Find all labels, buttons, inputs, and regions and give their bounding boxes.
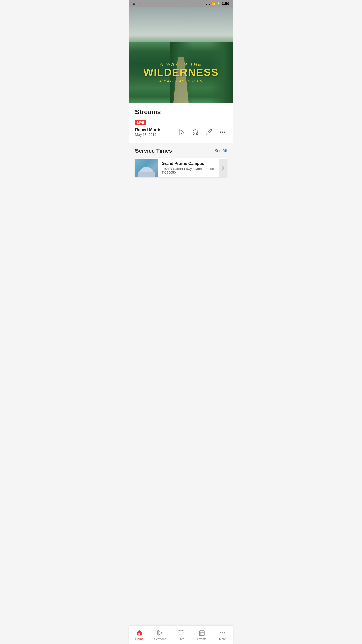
hero-main-title: WILDERNESS (143, 67, 219, 78)
live-badge: LIVE (135, 120, 146, 125)
hero-sky (129, 7, 233, 42)
sim-icon: ▦ (133, 2, 135, 5)
headphones-button[interactable] (191, 128, 200, 137)
streams-card: Streams LIVE Robert Morris May 18, 2019 (129, 103, 233, 143)
hero-banner[interactable]: A Way in the WILDERNESS a Gateway Series (129, 7, 233, 103)
service-times-header: Service Times See All (135, 148, 227, 154)
service-times-section: Service Times See All Grand Prairie Camp… (129, 143, 233, 181)
campus-info: Grand Prairie Campus 2404 N Carrier Pkwy… (158, 158, 219, 177)
lte-label: LTE (206, 2, 210, 5)
svg-marker-0 (180, 130, 184, 135)
hero-series-label: a Gateway Series (143, 79, 219, 83)
campus-address: 2404 N Carrier Pkwy | Grand Prairie, TX … (162, 167, 215, 174)
play-button[interactable] (177, 128, 186, 137)
campus-image (135, 159, 158, 177)
campus-arrow (219, 159, 227, 177)
campus-building-decoration (138, 172, 155, 177)
campus-card[interactable]: Grand Prairie Campus 2404 N Carrier Pkwy… (135, 158, 227, 177)
signal-icon: 📶 (212, 2, 215, 5)
campus-name: Grand Prairie Campus (162, 161, 215, 166)
status-bar: ▦ 🤖 LTE 📶 🔋 3:50 (129, 0, 233, 7)
notes-button[interactable] (204, 128, 213, 137)
stream-actions (177, 128, 227, 137)
notes-icon (206, 129, 212, 135)
see-all-button[interactable]: See All (214, 149, 227, 153)
more-options-icon (219, 129, 226, 135)
service-times-title: Service Times (135, 148, 172, 154)
status-bar-left: ▦ 🤖 (133, 2, 141, 5)
android-icon: 🤖 (138, 2, 141, 5)
stream-date: May 18, 2019 (135, 133, 177, 137)
hero-jungle: A Way in the WILDERNESS a Gateway Series (129, 42, 233, 103)
chevron-right-icon (222, 165, 225, 170)
svg-point-2 (222, 132, 223, 132)
battery-icon: 🔋 (217, 2, 220, 5)
play-icon (178, 129, 185, 135)
hero-title-container: A Way in the WILDERNESS a Gateway Series (143, 62, 219, 83)
more-options-button[interactable] (218, 128, 227, 137)
stream-item: Robert Morris May 18, 2019 (135, 128, 227, 137)
svg-point-1 (220, 132, 221, 132)
svg-point-3 (224, 132, 225, 132)
status-time: 3:50 (222, 2, 229, 6)
status-bar-right: LTE 📶 🔋 3:50 (206, 2, 229, 6)
headphones-icon (192, 129, 199, 135)
streams-section-title: Streams (135, 108, 227, 116)
stream-info: Robert Morris May 18, 2019 (135, 128, 177, 137)
stream-speaker: Robert Morris (135, 128, 177, 132)
